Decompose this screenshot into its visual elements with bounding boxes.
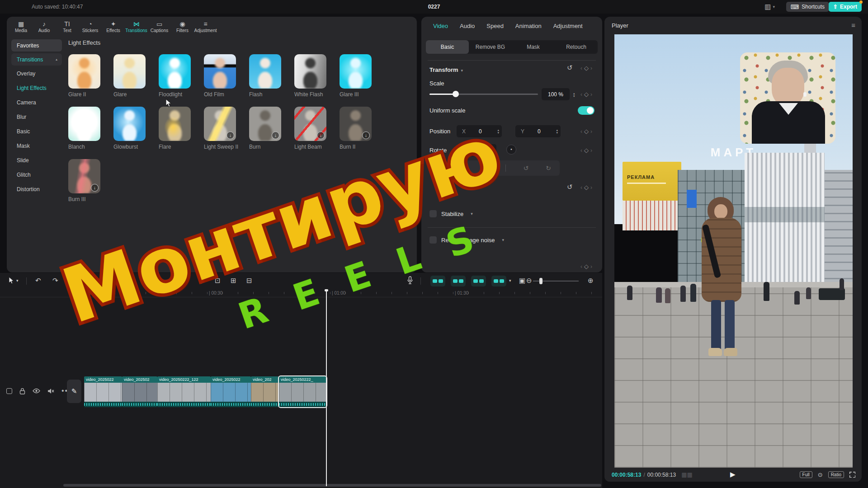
transition-mode-4-button[interactable]	[491, 276, 506, 286]
subtab-basic[interactable]: Basic	[426, 40, 469, 54]
undo-icon[interactable]: ↶	[35, 277, 41, 285]
position-x-stepper[interactable]: ▴▾	[495, 129, 502, 134]
chevron-down-icon[interactable]: ▾	[509, 278, 511, 283]
full-button[interactable]: Full	[800, 471, 812, 478]
lock-icon[interactable]	[19, 388, 25, 394]
tab-filters[interactable]: ◉Filters	[171, 17, 194, 37]
effect-white-flash[interactable]: White Flash	[294, 54, 326, 98]
select-tool-icon[interactable]	[8, 277, 14, 284]
chevron-down-icon[interactable]: ▾	[16, 278, 19, 283]
transform-section-header[interactable]: Transform▾	[429, 66, 463, 74]
player-menu-icon[interactable]: ≡	[851, 21, 855, 29]
position-keyframe-control[interactable]: ‹◇›	[580, 128, 592, 135]
zoom-out-icon[interactable]: ⊖	[526, 277, 532, 285]
position-y-stepper[interactable]: ▴▾	[553, 129, 561, 134]
bottom-keyframe-control[interactable]: ‹◇›	[580, 263, 592, 270]
frames-grid-icon[interactable]: ▦▦	[681, 471, 693, 478]
play-button[interactable]: ▶	[730, 470, 736, 479]
draw-track-tool[interactable]: ✎	[67, 380, 81, 403]
timeline-zoom-handle[interactable]	[539, 278, 542, 284]
effect-burn[interactable]: ↓Burn	[249, 107, 281, 150]
position-y-input[interactable]: Y 0 ▴▾	[515, 125, 561, 137]
tab-media[interactable]: ▦Media	[9, 17, 33, 37]
tab-video[interactable]: Video	[433, 23, 448, 29]
effect-old-film[interactable]: Old Film	[204, 54, 236, 98]
effect-glare-ii[interactable]: Glare II	[68, 54, 100, 98]
category-glitch[interactable]: Glitch	[11, 168, 62, 182]
category-camera[interactable]: Camera	[11, 95, 62, 110]
transform-reset-icon[interactable]: ↺	[567, 64, 573, 72]
scale-value-box[interactable]: 100 %	[542, 88, 570, 100]
effect-burn-ii[interactable]: ↓Burn II	[340, 107, 372, 150]
effect-blanch[interactable]: Blanch	[68, 107, 100, 150]
eye-icon[interactable]	[33, 388, 40, 394]
rotate-keyframe-control[interactable]: ‹◇›	[580, 147, 592, 154]
tab-transitions[interactable]: ⋈Transitions	[125, 17, 148, 37]
tab-audio[interactable]: ♪Audio	[33, 17, 56, 37]
transition-mode-2-button[interactable]	[451, 276, 466, 286]
category-mask[interactable]: Mask	[11, 139, 62, 153]
tab-captions[interactable]: ▭Captions	[148, 17, 171, 37]
effect-light-sweep-ii[interactable]: ↓Light Sweep II	[204, 107, 236, 150]
scale-keyframe-control[interactable]: ‹◇›	[580, 91, 592, 98]
rotate-left-icon[interactable]: ↺	[523, 164, 528, 172]
tab-effects[interactable]: ✦Effects	[102, 17, 125, 37]
tab-text[interactable]: TIText	[56, 17, 79, 37]
preview-frames-icon[interactable]: ▣	[519, 277, 525, 285]
transform-keyframe-control[interactable]: ‹◇›	[580, 65, 592, 71]
effect-burn-iii[interactable]: ↓Burn III	[68, 159, 100, 202]
scale-slider[interactable]	[429, 94, 538, 95]
timeline-clip-4[interactable]: video_2025022	[211, 376, 251, 407]
tab-adjustment[interactable]: ≡Adjustment	[194, 17, 217, 37]
timeline-clip-6-selected[interactable]: video_20250222_	[279, 376, 326, 407]
rotate-right-icon[interactable]: ↻	[546, 164, 551, 172]
fullscreen-icon[interactable]	[849, 472, 855, 478]
timeline-clip-1[interactable]: video_2025022	[84, 376, 122, 407]
export-button[interactable]: ⇧ Export	[829, 2, 862, 12]
category-distortion[interactable]: Distortion	[11, 182, 62, 197]
scale-slider-handle[interactable]	[453, 91, 459, 97]
effect-light-beam[interactable]: ↓Light Beam	[294, 107, 326, 150]
category-basic[interactable]: Basic	[11, 124, 62, 139]
timeline-clip-5[interactable]: video_202	[251, 376, 279, 407]
transition-mode-1-button[interactable]	[430, 276, 445, 286]
category-blur[interactable]: Blur	[11, 110, 62, 124]
timeline-clip-3[interactable]: video_20250222_122	[157, 376, 211, 407]
subtab-remove-bg[interactable]: Remove BG	[469, 40, 512, 54]
uniform-scale-toggle[interactable]	[578, 106, 594, 115]
tab-audio-props[interactable]: Audio	[460, 23, 475, 29]
section-reset-icon[interactable]: ↺	[567, 183, 573, 191]
effect-flash[interactable]: Flash	[249, 54, 281, 98]
tab-animation[interactable]: Animation	[515, 23, 542, 29]
horizontal-scrollbar[interactable]	[63, 484, 601, 487]
section-keyframe-control[interactable]: ‹◇›	[580, 184, 592, 191]
fit-zoom-icon[interactable]: ⊙	[818, 471, 823, 478]
transition-mode-3-button[interactable]	[471, 276, 486, 286]
subtab-mask[interactable]: Mask	[512, 40, 555, 54]
redo-icon[interactable]: ↷	[52, 277, 58, 285]
timeline-clip-2[interactable]: video_202502	[122, 376, 157, 407]
track-size-icon[interactable]	[6, 388, 12, 394]
layout-switch-button[interactable]: ▥ ▾	[764, 0, 775, 14]
ratio-button[interactable]: Ratio	[828, 471, 844, 478]
tab-stickers[interactable]: ◔Stickers	[79, 17, 102, 37]
zoom-in-icon[interactable]: ⊕	[588, 277, 594, 285]
effect-glare-iii[interactable]: Glare III	[340, 54, 372, 98]
category-light-effects[interactable]: Light Effects	[11, 81, 62, 95]
category-transitions[interactable]: Transitions▴	[11, 53, 62, 66]
category-slide[interactable]: Slide	[11, 153, 62, 168]
effect-glowburst[interactable]: Glowburst	[113, 107, 146, 150]
mute-speaker-icon[interactable]	[47, 388, 54, 394]
effect-glare[interactable]: Glare	[113, 54, 146, 98]
shortcuts-button[interactable]: ⌨ Shortcuts	[786, 2, 829, 12]
effect-floodlight[interactable]: Floodlight	[159, 54, 191, 98]
subtab-retouch[interactable]: Retouch	[555, 40, 598, 54]
category-overlay[interactable]: Overlay	[11, 66, 62, 81]
effect-flare[interactable]: Flare	[159, 107, 191, 150]
playhead[interactable]	[326, 289, 327, 486]
category-favorites[interactable]: Favorites	[11, 39, 62, 52]
scale-stepper[interactable]: ▴▾	[571, 89, 578, 101]
tab-speed[interactable]: Speed	[486, 23, 504, 29]
rotate-dial[interactable]: •	[506, 145, 516, 155]
tab-adjustment-props[interactable]: Adjustment	[553, 23, 583, 29]
